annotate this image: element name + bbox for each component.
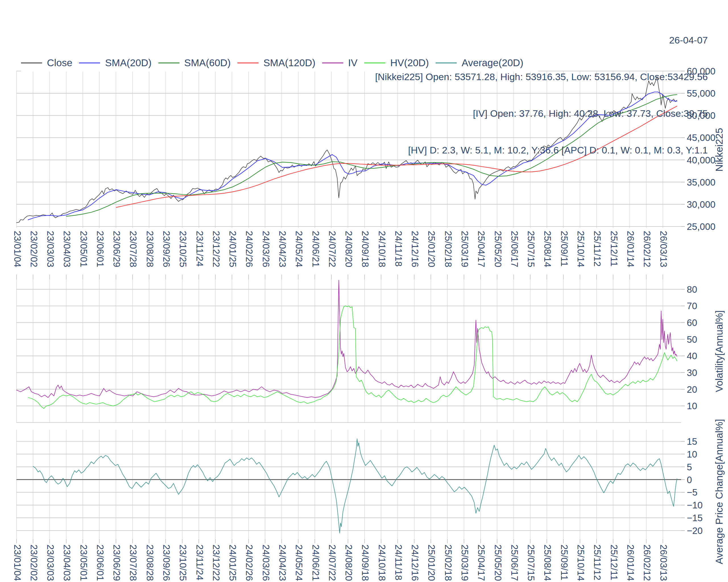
legend-label: SMA(20D)	[105, 57, 151, 68]
x-tick-label: 24/07/22	[327, 545, 338, 581]
legend-item-sma-60d: SMA(60D)	[158, 57, 231, 68]
x-tick-label: 25/11/12	[592, 545, 603, 580]
panel-volatility: 1020304050607080Volatility[Annual%]	[17, 280, 725, 422]
legend-label: HV(20D)	[390, 57, 429, 68]
y-tick-label: −15	[687, 512, 703, 523]
legend-item-sma-20d: SMA(20D)	[79, 57, 151, 68]
x-tick-label: 26/01/14	[625, 545, 636, 581]
legend-line-swatch	[237, 62, 259, 63]
x-tick-label: 25/12/11	[609, 231, 619, 267]
x-tick-label: 25/05/20	[493, 545, 503, 581]
series-line-iv	[17, 280, 677, 397]
y-tick-label: 30,000	[687, 199, 716, 210]
x-tick-label: 23/07/28	[128, 231, 138, 267]
x-tick-label: 24/09/18	[360, 231, 370, 267]
legend-line-swatch	[436, 62, 457, 63]
x-tick-label: 23/08/28	[145, 231, 155, 267]
x-tick-label: 23/02/02	[29, 231, 39, 267]
x-tick-label: 23/12/22	[211, 231, 222, 267]
x-tick-label: 24/10/18	[377, 231, 387, 267]
x-tick-label: 24/08/20	[343, 231, 354, 267]
y-tick-label: 60	[687, 317, 697, 328]
x-tick-label: 26/02/12	[642, 545, 652, 581]
y-axis-title-volatility: Volatility[Annual%]	[713, 310, 725, 392]
header-date: 26-04-07	[375, 34, 708, 46]
y-tick-label: 10	[687, 401, 697, 411]
x-tick-label: 25/06/17	[509, 231, 520, 267]
legend-label: SMA(120D)	[263, 57, 315, 68]
x-tick-label: 23/06/01	[95, 231, 105, 267]
x-tick-label: 25/04/17	[476, 545, 487, 581]
horizontal-gridlines	[17, 441, 681, 531]
x-tick-label: 25/02/18	[443, 545, 453, 581]
legend-line-swatch	[158, 62, 179, 63]
x-tick-label: 24/07/22	[327, 231, 338, 267]
header-hv-apc: [HV] D: 2.3, W: 5.1, M: 10.2, Y:36.6 [AP…	[375, 144, 708, 156]
x-tick-label: 25/09/11	[559, 231, 570, 267]
x-tick-label: 23/11/24	[194, 231, 205, 267]
y-axis-title-price: Nikkei225	[713, 128, 725, 172]
y-tick-label: 30	[687, 367, 697, 378]
legend-item-sma-120d: SMA(120D)	[237, 57, 315, 68]
x-tick-label: 24/11/18	[393, 231, 404, 267]
x-tick-label: 24/09/18	[360, 545, 370, 581]
x-tick-label: 23/04/03	[62, 545, 72, 581]
x-tick-label: 26/01/14	[625, 231, 636, 267]
x-tick-label: 24/03/26	[261, 545, 271, 581]
x-tick-label: 24/03/26	[261, 231, 271, 267]
x-tick-label: 23/04/03	[62, 231, 72, 267]
x-tick-label: 23/01/04	[12, 231, 23, 267]
x-tick-label: 23/05/01	[78, 231, 89, 267]
x-tick-label: 25/12/11	[609, 545, 619, 580]
y-tick-label: 40	[687, 351, 697, 361]
x-tick-label: 25/10/14	[576, 231, 586, 267]
legend-item-close: Close	[21, 57, 72, 68]
y-tick-label: 20	[687, 384, 697, 395]
y-tick-label: 50	[687, 334, 697, 345]
y-axis-volatility: 1020304050607080	[681, 284, 697, 412]
x-tick-label: 23/01/04	[12, 545, 23, 581]
legend-line-swatch	[364, 62, 385, 63]
x-tick-label: 24/11/18	[393, 545, 404, 580]
x-tick-label: 24/10/18	[377, 545, 387, 581]
chart-header: 26-04-07 [Nikkei225] Open: 53571.28, Hig…	[375, 10, 708, 181]
series-line-hv-20d	[28, 306, 677, 409]
x-tick-label: 24/08/20	[343, 545, 354, 581]
x-tick-label: 25/04/17	[476, 231, 487, 267]
x-tick-label: 25/03/19	[460, 545, 470, 581]
legend-line-swatch	[21, 62, 42, 63]
y-tick-label: 80	[687, 284, 697, 295]
chart-legend: CloseSMA(20D)SMA(60D)SMA(120D)IVHV(20D)A…	[21, 54, 538, 72]
x-tick-label: 25/06/17	[509, 545, 520, 581]
legend-line-swatch	[79, 62, 100, 63]
x-tick-label: 25/05/20	[493, 231, 503, 267]
legend-line-swatch	[322, 62, 343, 63]
x-tick-label: 24/05/24	[294, 231, 304, 267]
panel-apc: −20−15−10−5051015Average Price Change[An…	[17, 419, 725, 564]
x-tick-label: 25/01/20	[426, 231, 437, 267]
x-tick-label: 25/02/18	[443, 231, 453, 267]
x-tick-label: 23/10/25	[178, 231, 188, 267]
x-tick-label: 23/06/29	[111, 545, 122, 581]
x-tick-label: 24/04/23	[277, 545, 288, 581]
legend-item-hv-20d: HV(20D)	[364, 57, 429, 68]
x-tick-label: 26/03/13	[658, 231, 669, 267]
x-tick-label: 25/07/15	[526, 231, 536, 267]
x-tick-label: 23/12/22	[211, 545, 222, 581]
x-tick-label: 23/09/26	[161, 545, 172, 581]
header-iv-ohlc: [IV] Open: 37.76, High: 40.28, Low: 37.7…	[375, 107, 708, 120]
y-tick-label: 25,000	[687, 221, 716, 232]
legend-item-average-20d: Average(20D)	[436, 57, 523, 68]
y-tick-label: 70	[687, 301, 697, 311]
x-tick-label: 25/11/12	[592, 231, 603, 267]
x-tick-label: 23/10/25	[178, 545, 188, 581]
x-tick-label: 23/08/28	[145, 545, 155, 581]
x-tick-label: 23/09/26	[161, 231, 172, 267]
x-tick-label: 25/10/14	[576, 545, 586, 581]
x-tick-label: 25/08/14	[542, 231, 553, 267]
vertical-gridlines	[17, 430, 663, 538]
series-line-average-20d	[33, 439, 677, 533]
y-tick-label: 0	[687, 475, 692, 485]
x-tick-label: 24/05/24	[294, 545, 304, 581]
x-tick-label: 23/03/03	[45, 545, 56, 581]
